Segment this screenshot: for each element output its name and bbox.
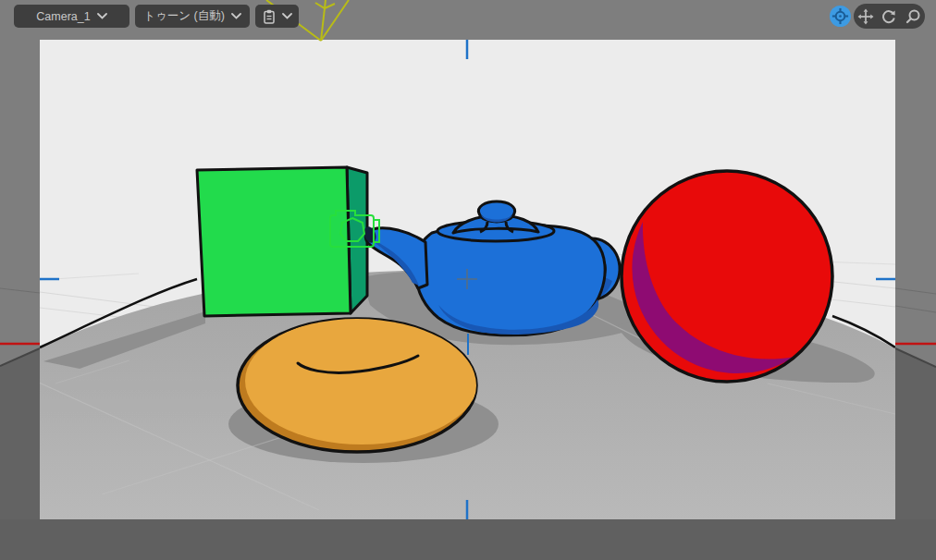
clipboard-icon — [263, 9, 276, 24]
target-icon — [831, 6, 850, 26]
viewport-nav-cluster — [854, 4, 925, 29]
scene-canvas[interactable] — [0, 0, 936, 560]
move-icon[interactable] — [857, 8, 874, 25]
chevron-down-icon — [97, 13, 107, 19]
search-icon[interactable] — [905, 8, 921, 25]
sphere[interactable] — [622, 171, 832, 382]
clipboard-menu-dropdown[interactable] — [255, 5, 299, 28]
navigate-target-button[interactable] — [830, 6, 851, 27]
shading-selector-label: トゥーン (自動) — [143, 8, 225, 24]
cube[interactable] — [197, 167, 367, 316]
camera-selector-label: Camera_1 — [36, 10, 90, 23]
chevron-down-icon — [231, 13, 241, 19]
viewport-3d[interactable]: Camera_1 トゥーン (自動) — [0, 0, 936, 560]
shading-selector-dropdown[interactable]: トゥーン (自動) — [135, 5, 250, 28]
bottom-panel — [0, 519, 936, 560]
refresh-icon[interactable] — [881, 8, 897, 25]
torus[interactable] — [238, 317, 478, 452]
chevron-down-icon — [282, 13, 292, 19]
camera-selector-dropdown[interactable]: Camera_1 — [14, 5, 129, 28]
